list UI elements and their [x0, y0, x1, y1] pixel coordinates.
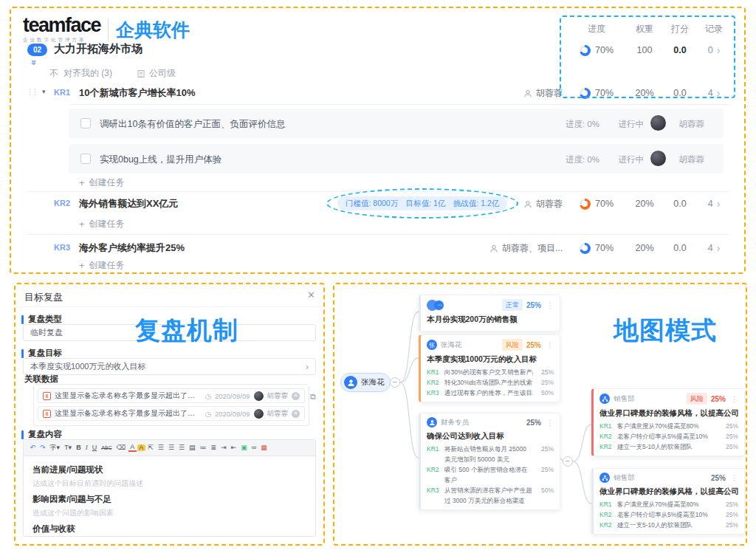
editor-placeholder: 造成这个问题的影响因素 [32, 508, 306, 518]
task-row[interactable]: 实现0bug上线，提升用户体验 进度: 0% 进行中 胡蓉蓉 [69, 144, 724, 174]
create-task-button[interactable]: + 创建任务 [79, 259, 125, 272]
review-dialog-title: 目标复盘 [24, 291, 63, 304]
objective-row[interactable]: 02 大力开拓海外市场 70% 100 0.0 0› [11, 41, 744, 60]
memo-owner: 胡蓉蓉 [267, 391, 289, 401]
card-title: 做业界口碑最好的装修风格，以提高公司收入 [599, 487, 738, 497]
font-color-icon[interactable]: A [128, 444, 137, 452]
kebab-menu-icon[interactable]: ⋮ [731, 395, 738, 403]
copy-icon[interactable]: ⧉ [310, 392, 316, 402]
card-owner: 销售部 [614, 473, 635, 483]
card-kr-row: KR3通过现有客户的推荐，产生该目标的20%50% [427, 388, 554, 398]
unordered-list-icon[interactable]: ≣ [209, 444, 219, 451]
card-owner: 财务专员 [441, 418, 469, 427]
highlight-color-icon[interactable]: A [137, 444, 145, 451]
ordered-list-icon[interactable]: ≔ [198, 444, 208, 451]
kr2-row[interactable]: KR2 海外销售额达到XX亿元 门槛值: 8000万 目标值: 1亿 挑战值: … [11, 194, 744, 213]
format-painter-icon[interactable]: ⇱ [146, 444, 156, 451]
person-icon [523, 200, 532, 209]
task-row[interactable]: 调研出10条有价值的客户正面、负面评价信息 进度: 0% 进行中 胡蓉蓉 [69, 109, 724, 138]
clear-format-icon[interactable]: ⌫ [114, 444, 128, 451]
objective-records[interactable]: 0› [697, 45, 731, 55]
okr-card[interactable]: ⋯ 正常 25% ⋮ 本月份实现200万的销售额 [419, 295, 560, 332]
objective-score: 0.0 [663, 45, 697, 55]
undo-icon[interactable]: ↶ [28, 444, 38, 451]
collapse-minus-icon[interactable]: − [390, 377, 400, 388]
okr-card[interactable]: 销售部 25% ⋮ 做业界口碑最好的装修风格，以提高公司收入 KR1客户满意度从… [591, 468, 745, 535]
align-label[interactable]: 对齐我的 (3) [63, 67, 112, 80]
task-owner: 胡蓉蓉 [679, 119, 705, 130]
kebab-menu-icon[interactable]: ⋮ [546, 341, 554, 349]
redo-icon[interactable]: ↷ [38, 444, 48, 451]
chevron-right-icon: › [717, 88, 721, 98]
avatar [254, 391, 264, 401]
expand-double-chevron-icon[interactable]: » [29, 60, 40, 65]
label-bar [21, 430, 24, 439]
card-percent: 25% [526, 301, 541, 309]
bold-icon[interactable]: B [75, 444, 83, 451]
kr3-row[interactable]: KR3 海外客户续约率提升25% 胡蓉蓉、项目... 70% 20% 0.0 4… [11, 238, 744, 258]
insert-link-icon[interactable]: ∞ [250, 444, 258, 451]
insert-image-icon[interactable]: ▣ [239, 444, 250, 451]
task-checkbox[interactable] [80, 154, 91, 164]
mindmap-root-node[interactable]: 张海花 [340, 373, 391, 392]
kr1-row[interactable]: ⋮⋮ ▾ KR1 10个新城市客户增长率10% 胡蓉蓉 70% 20% 0.0 … [11, 83, 744, 103]
align-left-icon[interactable]: ☰ [156, 444, 165, 451]
column-score: 打分 [663, 23, 697, 35]
task-owner: 胡蓉蓉 [679, 154, 705, 165]
outdent-icon[interactable]: ⇤ [229, 444, 238, 451]
kr3-owner: 胡蓉蓉、项目... [489, 242, 563, 255]
kebab-menu-icon[interactable]: ⋮ [546, 419, 554, 427]
chevron-right-icon: › [717, 199, 721, 209]
memo-item[interactable]: ‖ 这里显示备忘录名称名字最多显示超出了就用点点的... ◷ 2020/09/0… [38, 388, 305, 403]
column-progress: 进度 [567, 23, 626, 35]
font-size-icon[interactable]: T▾ [63, 444, 74, 451]
memo-icon: ‖ [43, 392, 51, 400]
person-icon [523, 89, 532, 98]
indent-icon[interactable]: ⇥ [219, 444, 229, 451]
map-panel: 地图模式 张海花 − − ⋯ 正常 25% ⋮ 本月份实现200万的销售额 [333, 283, 747, 546]
kr2-owner: 胡蓉蓉 [523, 198, 563, 210]
remove-icon[interactable]: ✕ [292, 410, 300, 418]
progress-ring-icon [580, 88, 591, 99]
kebab-menu-icon[interactable]: ⋮ [731, 474, 738, 482]
insert-table-icon[interactable]: ▦ [259, 444, 269, 451]
italic-icon[interactable]: I [83, 444, 89, 451]
underline-icon[interactable]: U [90, 444, 99, 451]
progress-ring-icon [580, 199, 591, 210]
create-task-button[interactable]: + 创建任务 [79, 218, 125, 230]
objective-metrics: 70% 100 0.0 0› [567, 41, 731, 60]
drag-handle-icon[interactable]: ⋮⋮ [26, 87, 36, 97]
kr2-id: KR2 [54, 199, 70, 207]
okr-card[interactable]: 张 张海花 风险 25% ⋮ 本季度实现1000万元的收入目标 KR1向30%的… [419, 334, 560, 402]
divider [16, 306, 323, 307]
okr-card[interactable]: 销售部 风险 25% ⋮ 做业界口碑最好的装修风格，以提高公司收入 KR1客户满… [591, 388, 745, 456]
memo-item[interactable]: ‖ 这里显示备忘录名称名字最多显示超出了就用点点的... ◷ 2020/09/0… [38, 406, 305, 421]
align-right-icon[interactable]: ☰ [177, 444, 187, 451]
close-icon[interactable]: ✕ [307, 289, 315, 300]
collapse-caret-icon[interactable]: ▾ [42, 88, 46, 95]
font-family-icon[interactable]: 字▾ [48, 444, 62, 451]
task-checkbox[interactable] [80, 118, 91, 128]
editor-body[interactable]: 当前进展/问题现状 达成这个目标目前遇到的问题描述 影响因素/问题与不足 造成这… [24, 456, 315, 537]
editor-heading: 当前进展/问题现状 [32, 464, 306, 475]
rich-text-editor[interactable]: ↶↷字▾T▾BIUABC⌫AA⇱☰☰☰▤≔≣⇥⇤▣∞▦ 当前进展/问题现状 达成… [23, 439, 316, 537]
align-center-icon[interactable]: ☰ [166, 444, 176, 451]
kr1-metrics: 70% 20% 0.0 4› [567, 83, 731, 103]
objective-level: 公司级 [137, 67, 176, 80]
strikethrough-icon[interactable]: ABC [100, 445, 114, 450]
kebab-menu-icon[interactable]: ⋮ [546, 301, 554, 309]
card-kr-row: KR2老客户转介绍率从5%提高至10%25% [599, 509, 738, 520]
review-goal-input[interactable]: 本季度实现1000万元的收入目标› [23, 358, 316, 375]
department-icon [599, 394, 610, 404]
align-justify-icon[interactable]: ▤ [188, 444, 198, 451]
remove-icon[interactable]: ✕ [292, 392, 300, 400]
objective-progress: 70% [567, 45, 626, 56]
collapse-minus-icon[interactable]: − [563, 456, 573, 467]
review-type-input[interactable]: 临时复盘 [23, 324, 316, 341]
create-task-button[interactable]: + 创建任务 [79, 176, 125, 189]
card-owner: 张海花 [441, 340, 462, 350]
review-content-label: 复盘内容 [21, 429, 62, 440]
okr-card[interactable]: 财务专员 25% ⋮ 确保公司达到收入目标 KR1将新站点销售额从每月 2500… [419, 413, 560, 510]
column-records: 记录 [697, 23, 731, 35]
card-kr-row: KR2建立一支5-10人的软装团队25% [599, 520, 738, 530]
